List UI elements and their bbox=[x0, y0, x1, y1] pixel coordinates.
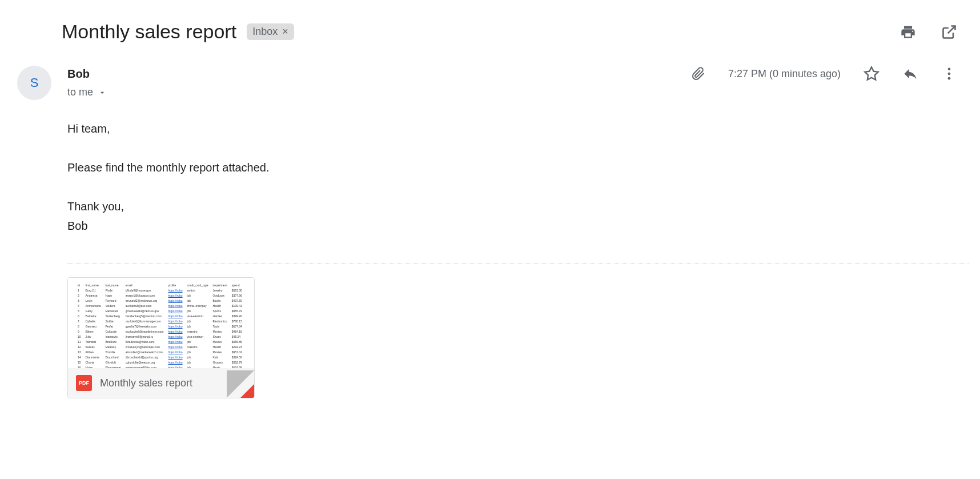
body-line: Please find the monthly report attached. bbox=[67, 158, 957, 177]
header-actions bbox=[900, 24, 969, 40]
label-text: Inbox bbox=[252, 26, 278, 38]
body-line: Thank you, Bob bbox=[67, 197, 957, 235]
recipient-text: to me bbox=[67, 86, 93, 98]
svg-marker-1 bbox=[865, 67, 878, 79]
divider bbox=[67, 263, 969, 264]
sender-name[interactable]: Bob bbox=[67, 67, 90, 81]
attachment-icon[interactable] bbox=[692, 67, 705, 81]
attachment-card[interactable]: idfirst_namelast_nameemailprofilecredit_… bbox=[67, 277, 255, 398]
attachment-preview: idfirst_namelast_nameemailprofilecredit_… bbox=[68, 278, 254, 368]
chevron-down-icon[interactable] bbox=[98, 88, 107, 97]
email-body: Hi team, Please find the monthly report … bbox=[67, 119, 957, 235]
close-icon[interactable]: × bbox=[282, 26, 288, 38]
sender-avatar[interactable]: S bbox=[17, 66, 51, 100]
open-new-window-icon[interactable] bbox=[941, 24, 957, 40]
message-block: S Bob 7:27 PM (0 minutes ago) bbox=[11, 43, 969, 235]
timestamp[interactable]: 7:27 PM (0 minutes ago) bbox=[728, 68, 841, 80]
recipient-row[interactable]: to me bbox=[67, 86, 957, 98]
sender-row: Bob 7:27 PM (0 minutes ago) bbox=[67, 66, 957, 82]
attachment-footer: PDF Monthly sales report bbox=[68, 368, 254, 398]
svg-line-0 bbox=[948, 26, 955, 33]
reply-icon[interactable] bbox=[902, 66, 918, 82]
print-icon[interactable] bbox=[900, 24, 916, 40]
star-icon[interactable] bbox=[863, 66, 879, 82]
attachment-name: Monthly sales report bbox=[100, 377, 192, 389]
svg-point-2 bbox=[948, 68, 951, 71]
fold-corner bbox=[240, 384, 254, 398]
body-line: Hi team, bbox=[67, 119, 957, 138]
email-header: Monthly sales report Inbox × bbox=[11, 0, 969, 43]
svg-point-3 bbox=[948, 73, 951, 75]
inbox-label-chip[interactable]: Inbox × bbox=[247, 23, 294, 40]
more-icon[interactable] bbox=[941, 66, 957, 82]
attachment-area: idfirst_namelast_nameemailprofilecredit_… bbox=[11, 277, 969, 398]
pdf-badge: PDF bbox=[76, 375, 92, 391]
email-subject: Monthly sales report bbox=[62, 21, 236, 43]
svg-point-4 bbox=[948, 77, 951, 80]
